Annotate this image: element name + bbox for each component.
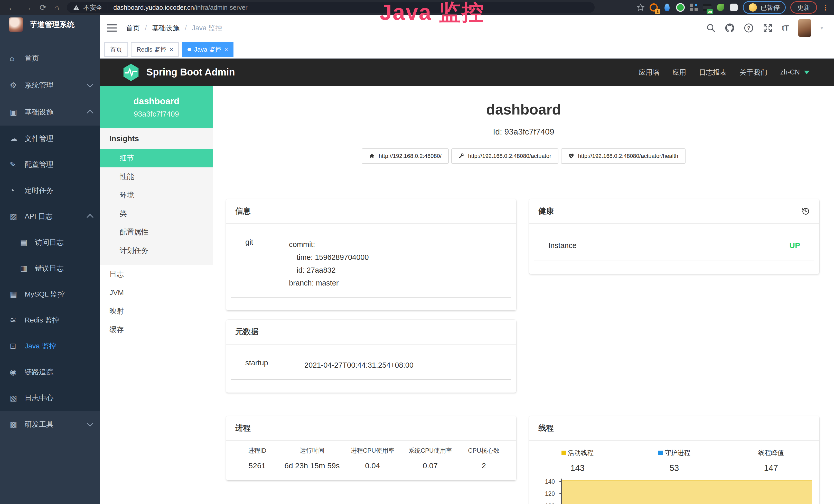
- extension-puzzle-icon[interactable]: [729, 3, 738, 12]
- sidebar-item-java-monitor[interactable]: ⊡ Java 监控: [0, 333, 100, 359]
- paused-badge[interactable]: 已暂停: [743, 1, 786, 14]
- sba-item-logs[interactable]: 日志: [100, 265, 213, 283]
- service-url-chip[interactable]: http://192.168.0.2:48080/: [361, 148, 449, 164]
- collapse-menu-icon[interactable]: [107, 24, 117, 32]
- fullscreen-icon[interactable]: [763, 23, 773, 33]
- browser-reload-icon[interactable]: ⟳: [40, 3, 46, 12]
- bookmark-star-icon[interactable]: [636, 3, 645, 12]
- sba-item-details[interactable]: 细节: [100, 149, 213, 167]
- sba-item-label: JVM: [109, 289, 124, 297]
- sidebar-item-trace[interactable]: ◉ 链路追踪: [0, 359, 100, 385]
- sidebar-item-error-log[interactable]: ▥ 错误日志: [0, 255, 100, 281]
- sba-item-metrics[interactable]: 性能: [100, 167, 213, 186]
- tab-close-icon[interactable]: ×: [224, 46, 228, 53]
- live-threads-area: [562, 480, 812, 504]
- sba-app-header[interactable]: dashboard 93a3fc7f7409: [100, 86, 213, 129]
- security-label[interactable]: 不安全: [83, 3, 103, 12]
- sidebar-item-access-log[interactable]: ▤ 访问日志: [0, 229, 100, 255]
- sba-nav-journal[interactable]: 日志报表: [699, 68, 727, 77]
- avatar-caret-icon[interactable]: ▾: [820, 25, 823, 31]
- actuator-url-chip[interactable]: http://192.168.0.2:48080/actuator: [451, 148, 558, 164]
- page: ← → ⟳ ⌂ 不安全 dashboard.yudao.iocoder.cn /…: [0, 0, 834, 504]
- api-log-icon: ▨: [10, 212, 22, 221]
- sidebar-item-system[interactable]: ⚙ 系统管理: [0, 72, 100, 98]
- log-center-icon: ▧: [10, 393, 22, 402]
- sba-brand-title: Spring Boot Admin: [147, 67, 235, 78]
- sidebar-item-file-manage[interactable]: ☁ 文件管理: [0, 125, 100, 152]
- sba-nav-about[interactable]: 关于我们: [740, 68, 767, 77]
- info-card: 信息 git commit: time: 1596289704000 id: 2…: [226, 199, 516, 311]
- info-card-header: 信息: [226, 199, 516, 224]
- app-logo-row[interactable]: 芋道管理系统: [0, 15, 100, 35]
- sba-nav-wall[interactable]: 应用墙: [639, 68, 659, 77]
- sba-nav-applications[interactable]: 应用: [672, 68, 686, 77]
- history-icon[interactable]: [802, 207, 810, 216]
- url-host[interactable]: dashboard.yudao.iocoder.cn: [113, 4, 194, 11]
- address-bar[interactable]: 不安全 dashboard.yudao.iocoder.cn /infra/ad…: [67, 2, 595, 13]
- sidebar-item-cron-jobs[interactable]: ◔ 定时任务: [0, 177, 100, 203]
- breadcrumb-separator: /: [185, 24, 187, 32]
- app-logo-icon: [9, 18, 23, 32]
- extension-colorzilla-icon[interactable]: 1: [649, 3, 658, 12]
- github-icon[interactable]: [725, 23, 734, 33]
- tab-redis-monitor[interactable]: Redis 监控 ×: [131, 42, 179, 57]
- url-path[interactable]: /infra/admin-server: [194, 4, 247, 11]
- sidebar-item-label: 错误日志: [35, 264, 92, 273]
- search-icon[interactable]: [706, 23, 716, 32]
- sba-item-label: 细节: [120, 153, 134, 163]
- sidebar-item-home[interactable]: ⌂ 首页: [0, 45, 100, 72]
- trace-icon: ◉: [10, 367, 22, 376]
- sidebar-item-label: 基础设施: [25, 107, 88, 117]
- extension-badge: 1: [655, 9, 660, 14]
- sba-language-select[interactable]: zh-CN: [780, 68, 810, 76]
- sba-item-caches[interactable]: 缓存: [100, 320, 213, 339]
- extension-grid-icon[interactable]: [689, 3, 698, 12]
- extension-pin-icon[interactable]: [663, 3, 672, 12]
- sidebar-item-dev-tools[interactable]: ▩ 研发工具: [0, 411, 100, 438]
- help-icon[interactable]: ?: [744, 23, 753, 33]
- browser-forward-icon[interactable]: →: [24, 3, 32, 12]
- info-value: commit: time: 1596289704000 id: 27aa832 …: [289, 238, 369, 289]
- extension-on-icon[interactable]: on: [703, 3, 711, 12]
- sba-app-id: 93a3fc7f7409: [134, 110, 179, 118]
- tab-java-monitor[interactable]: Java 监控 ×: [182, 42, 234, 57]
- browser-back-icon[interactable]: ←: [8, 3, 16, 12]
- sidebar-item-config-manage[interactable]: ✎ 配置管理: [0, 152, 100, 177]
- metadata-value: 2021-04-27T00:44:31.254+08:00: [304, 359, 414, 371]
- sba-item-scheduled-tasks[interactable]: 计划任务: [100, 241, 213, 260]
- breadcrumb: 首页 / 基础设施 / Java 监控: [126, 23, 222, 32]
- tab-home[interactable]: 首页: [104, 42, 128, 57]
- user-avatar[interactable]: [798, 19, 811, 37]
- sba-item-label: 缓存: [109, 325, 124, 335]
- extension-green-icon[interactable]: [676, 3, 685, 12]
- health-url-chip[interactable]: http://192.168.0.2:48080/actuator/health: [561, 148, 685, 164]
- extension-leaf-icon[interactable]: [716, 3, 725, 12]
- sidebar-item-log-center[interactable]: ▧ 日志中心: [0, 385, 100, 411]
- breadcrumb-section[interactable]: 基础设施: [152, 23, 180, 32]
- metadata-key: startup: [245, 359, 304, 371]
- sba-app-name: dashboard: [134, 96, 179, 106]
- sba-item-label: 日志: [109, 269, 124, 279]
- sidebar-item-api-log[interactable]: ▨ API 日志: [0, 203, 100, 229]
- sidebar-item-redis-monitor[interactable]: ≋ Redis 监控: [0, 307, 100, 333]
- sba-item-jvm[interactable]: JVM: [100, 283, 213, 302]
- tab-close-icon[interactable]: ×: [170, 46, 173, 53]
- sba-item-config-props[interactable]: 配置属性: [100, 223, 213, 241]
- sidebar-item-mysql-monitor[interactable]: ▦ MySQL 监控: [0, 281, 100, 307]
- sba-item-environment[interactable]: 环境: [100, 186, 213, 204]
- home-icon: ⌂: [10, 54, 22, 63]
- process-col-cpus: CPU核心数 2: [459, 446, 509, 470]
- sidebar-item-infrastructure[interactable]: ▣ 基础设施: [0, 98, 100, 125]
- legend-label: 线程峰值: [758, 449, 784, 457]
- update-button[interactable]: 更新: [790, 1, 817, 14]
- sba-item-mappings[interactable]: 映射: [100, 302, 213, 320]
- sba-item-classes[interactable]: 类: [100, 204, 213, 223]
- browser-home-icon[interactable]: ⌂: [54, 3, 59, 12]
- col-value: 5261: [234, 461, 281, 470]
- browser-menu-icon[interactable]: ⋮: [822, 3, 829, 12]
- sba-brand[interactable]: Spring Boot Admin: [123, 63, 235, 82]
- breadcrumb-home[interactable]: 首页: [126, 23, 140, 32]
- text-size-icon[interactable]: tT: [782, 24, 789, 32]
- col-header: 进程ID: [234, 446, 281, 455]
- instance-links: http://192.168.0.2:48080/ http://192.168…: [213, 148, 834, 164]
